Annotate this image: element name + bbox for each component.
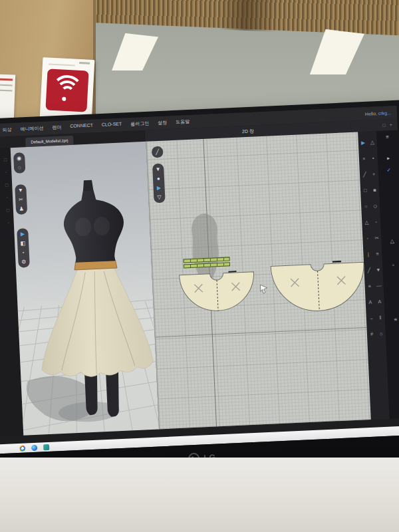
axis-horizontal: [156, 327, 367, 337]
menu-item[interactable]: 의상: [2, 126, 11, 134]
scene-3d: [10, 142, 158, 436]
desk: [0, 458, 399, 532]
menu-item[interactable]: 도움말: [176, 118, 190, 126]
transform-pattern-icon[interactable]: ▶: [361, 139, 365, 145]
fabric-shirt-icon[interactable]: ▼: [376, 267, 381, 273]
internal-circle-icon[interactable]: ◦: [366, 235, 368, 241]
mouse-cursor: [259, 284, 269, 295]
notice-sign: [0, 74, 15, 121]
edit-curvature-icon[interactable]: ╱: [363, 171, 366, 177]
scissors-icon[interactable]: ✂: [19, 196, 23, 202]
sphere-dark-icon[interactable]: ●: [157, 176, 160, 182]
settings-gear-icon[interactable]: ⚙: [21, 259, 27, 265]
trace-icon[interactable]: ╱: [367, 267, 370, 273]
measure-tape-icon[interactable]: —: [376, 283, 382, 289]
transform-sketch-icon[interactable]: △: [370, 139, 374, 145]
shirt-2d-icon[interactable]: ▼: [156, 166, 161, 172]
wall-corner-shadow: [219, 0, 277, 32]
toolbar-3d-modes: ▶◧•⚙: [17, 228, 30, 268]
text-tool-icon[interactable]: A: [368, 299, 372, 305]
mannequin-icon[interactable]: •: [23, 249, 25, 255]
clo-app-icon[interactable]: [43, 444, 49, 450]
clo3d-app-window: 의상애니메이션렌더CONNECTCLO-SET플러그인설정도움말 Hello, …: [0, 106, 399, 454]
chrome-icon[interactable]: [19, 445, 25, 451]
toolbar-3d-objects: ▼✂♟: [15, 184, 27, 215]
edit-point-icon[interactable]: •: [372, 155, 374, 161]
avatar-ghost-silhouette: [186, 213, 223, 281]
library-icon[interactable]: □: [2, 157, 9, 162]
lg-monitor: 의상애니메이션렌더CONNECTCLO-SET플러그인설정도움말 Hello, …: [0, 100, 399, 481]
buttonhole-icon[interactable]: ‖: [379, 315, 382, 321]
view2d-title-label: 2D 창: [242, 128, 254, 135]
toolbar-2d-display: ▼●▶▽: [152, 164, 166, 203]
edit-pattern-icon[interactable]: ×: [362, 155, 366, 161]
username-link[interactable]: crkg...: [378, 110, 391, 116]
edit-pattern-pen-icon[interactable]: ╱: [156, 149, 159, 155]
seam-label-mark: [228, 271, 236, 273]
pattern-piece-front[interactable]: [178, 270, 257, 316]
pattern-piece-back[interactable]: [269, 259, 368, 316]
avatar-3d-torso[interactable]: [62, 179, 126, 263]
panel-box-icon[interactable]: ▫: [382, 261, 399, 268]
annotation-arrow-icon[interactable]: →: [368, 315, 374, 321]
menu-item[interactable]: CONNECT: [70, 122, 93, 130]
menu-item[interactable]: 설정: [158, 119, 167, 126]
add-view-icon[interactable]: +: [389, 122, 392, 127]
edge-icon[interactable]: [31, 444, 37, 450]
dart-tool-icon[interactable]: ◇: [373, 203, 377, 209]
fabric-browser-icon[interactable]: ◦: [4, 195, 11, 200]
sewing-machine-icon[interactable]: ⌂: [380, 331, 383, 336]
account-greeting[interactable]: Hello, crkg...: [365, 110, 397, 116]
menu-item[interactable]: CLO-SET: [102, 121, 122, 128]
greeting-text: Hello,: [365, 110, 378, 116]
view-garment-icon[interactable]: ◉: [17, 155, 21, 161]
seam-cut-icon[interactable]: ✂: [374, 235, 379, 241]
seam-label-mark: [332, 261, 341, 263]
menu-item[interactable]: 애니메이션: [20, 125, 43, 133]
garment-browser-icon[interactable]: ◦: [3, 170, 9, 174]
sign-caption-line: [49, 63, 75, 66]
check-icon[interactable]: ✓: [378, 167, 399, 174]
trim-browser-icon[interactable]: □: [5, 207, 11, 212]
pattern-label-icon[interactable]: A: [378, 299, 381, 305]
viewport-2d[interactable]: ╱ ▼●▶▽: [146, 132, 371, 429]
play-icon[interactable]: ▸: [378, 155, 399, 162]
wifi-available-sign: [40, 57, 95, 122]
viewport-3d[interactable]: ◉◌ ▼✂♟ ▶◧•⚙: [10, 142, 158, 436]
project-tab-label: Default_Modelist.zprj: [31, 138, 68, 144]
notch-icon[interactable]: |: [368, 251, 369, 257]
simulation-icon[interactable]: ▶: [21, 231, 25, 237]
menu-hamburger-icon[interactable]: ≡: [376, 134, 398, 140]
sign-caption-line: [79, 62, 90, 65]
sync-2d-icon[interactable]: ▶: [157, 185, 162, 191]
menu-item[interactable]: 렌더: [52, 124, 61, 132]
avatar-icon[interactable]: ♟: [19, 205, 24, 211]
grading-icon[interactable]: ≡: [368, 283, 371, 289]
internal-rectangle-icon[interactable]: ▫: [375, 219, 377, 225]
seam-allowance-icon[interactable]: ≡: [376, 251, 379, 257]
toolbar-2d-edit: ╱: [152, 146, 164, 158]
rectangle-tool-icon[interactable]: ■: [373, 187, 376, 193]
wifi-red-panel: [45, 68, 88, 112]
panel-list-icon[interactable]: ≡: [385, 316, 399, 323]
view-mesh-icon[interactable]: ◌: [18, 164, 21, 170]
toolbar-3d-view: ◉◌: [13, 152, 25, 174]
history-icon[interactable]: ◦: [5, 220, 11, 225]
internal-polygon-icon[interactable]: △: [364, 219, 368, 225]
shirt-outline-icon[interactable]: ▽: [157, 194, 162, 200]
circle-tool-icon[interactable]: ○: [364, 203, 368, 209]
add-point-icon[interactable]: +: [372, 171, 376, 177]
zipper-icon[interactable]: #: [370, 331, 374, 336]
menu-item[interactable]: 플러그인: [130, 120, 149, 128]
hanger-icon[interactable]: △: [382, 238, 399, 245]
workspace: □◦□◦□◦: [0, 130, 399, 437]
polygon-tool-icon[interactable]: □: [364, 187, 367, 193]
fabric-icon[interactable]: ◧: [21, 240, 26, 246]
office-room: 의상애니메이션렌더CONNECTCLO-SET플러그인설정도움말 Hello, …: [0, 0, 399, 532]
pop-out-icon[interactable]: □: [382, 123, 386, 128]
avatar-browser-icon[interactable]: □: [3, 182, 10, 187]
shirt-icon[interactable]: ▼: [18, 187, 23, 193]
